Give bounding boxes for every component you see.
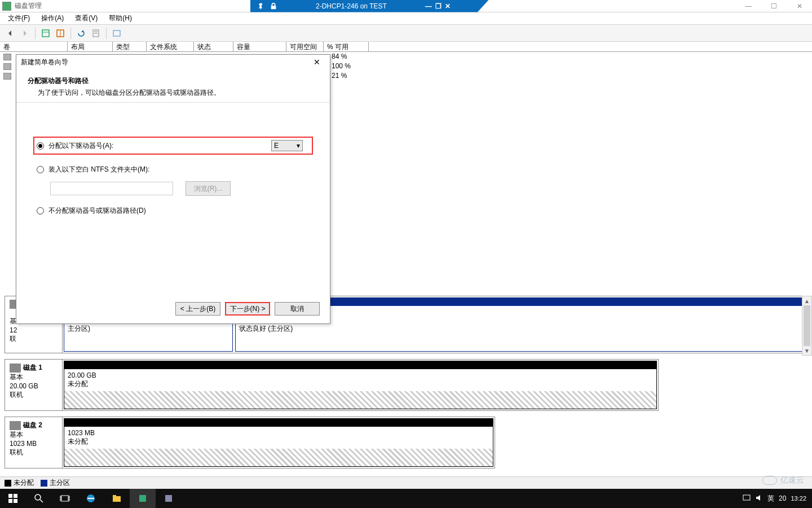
outer-close-button[interactable]: ✕ bbox=[787, 0, 812, 12]
svg-rect-10 bbox=[8, 499, 12, 503]
partition-size: 1023 MB bbox=[68, 429, 489, 437]
disk-panel-scrollbar[interactable]: ▲ ▼ bbox=[802, 296, 812, 356]
vm-minimize-icon[interactable]: — bbox=[425, 2, 432, 10]
disk1-name: 磁盘 1 bbox=[23, 364, 42, 371]
svg-rect-19 bbox=[113, 495, 116, 497]
app-title: 磁盘管理 bbox=[14, 1, 42, 11]
outer-minimize-button[interactable]: — bbox=[736, 0, 761, 12]
taskview-button[interactable] bbox=[52, 489, 78, 508]
tray-volume-icon[interactable] bbox=[755, 494, 763, 503]
svg-rect-0 bbox=[42, 30, 49, 37]
dialog-subheading: 为了便于访问，可以给磁盘分区分配驱动器号或驱动器路径。 bbox=[28, 88, 319, 98]
dialog-header: 分配驱动器号和路径 为了便于访问，可以给磁盘分区分配驱动器号或驱动器路径。 bbox=[16, 69, 330, 103]
menu-help[interactable]: 帮助(H) bbox=[104, 12, 136, 24]
app-icon bbox=[2, 2, 11, 11]
dialog-footer: < 上一步(B) 下一步(N) > 取消 bbox=[175, 302, 320, 316]
option-assign-letter-label: 分配以下驱动器号(A): bbox=[48, 141, 113, 151]
radio-assign-letter[interactable] bbox=[37, 142, 44, 150]
tray-clock[interactable]: 13:22 bbox=[791, 495, 806, 502]
watermark-logo-icon bbox=[762, 476, 777, 485]
disk1-row: 磁盘 1 基本 20.00 GB 联机 20.00 GB 未分配 bbox=[5, 359, 659, 411]
drive-letter-value: E bbox=[274, 142, 279, 150]
svg-rect-11 bbox=[14, 499, 17, 503]
vm-restore-icon[interactable]: ❐ bbox=[435, 2, 442, 10]
svg-rect-18 bbox=[113, 496, 121, 502]
back-button[interactable]: < 上一步(B) bbox=[175, 302, 220, 316]
col-type[interactable]: 类型 bbox=[113, 42, 147, 51]
lock-icon[interactable] bbox=[270, 2, 277, 10]
disk2-label: 磁盘 2 基本 1023 MB 联机 bbox=[5, 417, 63, 468]
taskbar-explorer[interactable] bbox=[104, 489, 130, 508]
disk2-unallocated[interactable]: 1023 MB 未分配 bbox=[64, 418, 493, 467]
col-filesystem[interactable]: 文件系统 bbox=[147, 42, 194, 51]
dialog-title: 新建简单卷向导 bbox=[21, 58, 68, 67]
menu-action[interactable]: 操作(A) bbox=[37, 12, 68, 24]
scroll-down-icon[interactable]: ▼ bbox=[802, 346, 811, 355]
menu-file[interactable]: 文件(F) bbox=[3, 12, 34, 24]
pin-icon[interactable] bbox=[257, 2, 265, 10]
disk1-size: 20.00 GB bbox=[10, 382, 58, 390]
svg-rect-8 bbox=[8, 494, 12, 498]
tray-more[interactable]: 20 bbox=[779, 494, 786, 502]
toolbar-back-button[interactable] bbox=[3, 27, 17, 40]
start-button[interactable] bbox=[0, 489, 26, 508]
menu-view[interactable]: 查看(V) bbox=[70, 12, 102, 24]
vm-close-icon[interactable]: ✕ bbox=[445, 2, 451, 10]
mount-path-input[interactable] bbox=[50, 182, 173, 195]
disk1-label: 磁盘 1 基本 20.00 GB 联机 bbox=[5, 360, 63, 410]
partition-state: 未分配 bbox=[68, 437, 489, 446]
toolbar-refresh-button[interactable] bbox=[74, 27, 88, 40]
taskbar-diskmgmt-active[interactable] bbox=[130, 489, 156, 508]
pct-value: 100 % bbox=[332, 62, 351, 71]
option-mount-folder-label: 装入以下空白 NTFS 文件夹中(M): bbox=[48, 165, 149, 174]
tray-time: 13:22 bbox=[791, 495, 806, 502]
toolbar-view2-button[interactable] bbox=[54, 27, 67, 40]
taskbar: 英 20 13:22 bbox=[0, 489, 812, 508]
legend: 未分配 主分区 bbox=[0, 476, 812, 489]
disk2-status: 联机 bbox=[10, 448, 58, 457]
disk-icon bbox=[10, 421, 21, 430]
option-no-assign-label: 不分配驱动器号或驱动器路径(D) bbox=[48, 206, 146, 216]
col-volume[interactable]: 卷 bbox=[0, 42, 68, 51]
pct-value: 21 % bbox=[332, 71, 351, 81]
svg-rect-20 bbox=[139, 495, 146, 502]
cancel-button[interactable]: 取消 bbox=[275, 302, 320, 316]
disk1-type: 基本 bbox=[10, 373, 58, 382]
tray-network-icon[interactable] bbox=[743, 494, 751, 503]
svg-rect-14 bbox=[61, 496, 69, 501]
col-pct[interactable]: % 可用 bbox=[324, 42, 369, 51]
next-button[interactable]: 下一步(N) > bbox=[225, 302, 270, 316]
radio-mount-folder[interactable] bbox=[37, 166, 44, 173]
col-state[interactable]: 状态 bbox=[194, 42, 233, 51]
menubar: 文件(F) 操作(A) 查看(V) 帮助(H) bbox=[0, 12, 812, 25]
svg-point-12 bbox=[35, 494, 41, 500]
col-layout[interactable]: 布局 bbox=[68, 42, 113, 51]
taskbar-app[interactable] bbox=[156, 489, 182, 508]
drive-letter-select[interactable]: E ▾ bbox=[271, 140, 303, 151]
scroll-up-icon[interactable]: ▲ bbox=[802, 296, 811, 305]
watermark-text: 亿速云 bbox=[780, 475, 804, 485]
outer-maximize-button[interactable]: ☐ bbox=[761, 0, 787, 12]
scroll-thumb[interactable] bbox=[804, 305, 810, 346]
legend-unalloc: 未分配 bbox=[14, 479, 34, 487]
toolbar-help-button[interactable] bbox=[110, 27, 123, 40]
toolbar-forward-button[interactable] bbox=[18, 27, 32, 40]
disk1-unallocated[interactable]: 20.00 GB 未分配 bbox=[64, 361, 657, 409]
radio-no-assign[interactable] bbox=[37, 207, 44, 214]
option-assign-letter-row: 分配以下驱动器号(A): E ▾ bbox=[33, 137, 313, 155]
vm-title: 2-DHCP1-246 on TEST bbox=[316, 2, 387, 10]
col-capacity[interactable]: 容量 bbox=[233, 42, 286, 51]
svg-rect-22 bbox=[743, 495, 750, 500]
dialog-titlebar[interactable]: 新建简单卷向导 ✕ bbox=[16, 55, 330, 69]
svg-rect-9 bbox=[14, 494, 17, 498]
col-free[interactable]: 可用空间 bbox=[286, 42, 324, 51]
taskbar-ie[interactable] bbox=[78, 489, 104, 508]
option-no-assign-row: 不分配驱动器号或驱动器路径(D) bbox=[37, 206, 310, 216]
toolbar-properties-button[interactable] bbox=[89, 27, 103, 40]
tray-ime[interactable]: 英 bbox=[767, 494, 774, 503]
partition-state: 状态良好 (主分区) bbox=[239, 324, 802, 334]
dialog-close-button[interactable]: ✕ bbox=[308, 56, 325, 68]
search-button[interactable] bbox=[26, 489, 52, 508]
browse-button[interactable]: 浏览(R)... bbox=[186, 181, 231, 196]
toolbar-view1-button[interactable] bbox=[39, 27, 52, 40]
